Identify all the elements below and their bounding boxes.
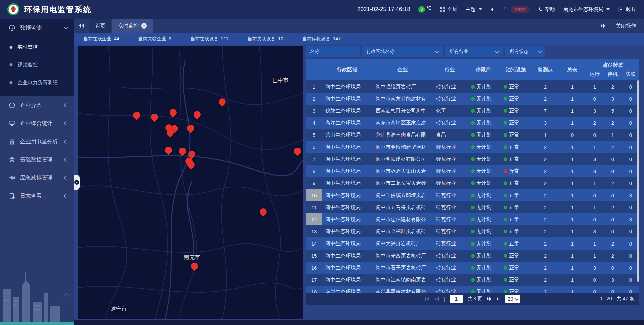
region-select[interactable]: 行政区域名称 [362, 46, 443, 57]
cell-region: 南部生态环境局 [322, 289, 372, 293]
help-button[interactable]: 帮助 [538, 6, 555, 13]
speaker-button[interactable] [490, 7, 495, 12]
table-row[interactable]: 4高坪生态环境局南充市高坪区王家店建砖瓦行业无计划正常31220 [306, 117, 639, 129]
sidebar-item-basic-data-management[interactable]: 基础数据管理 [0, 151, 74, 169]
table-row[interactable]: 18南部生态环境局南部县双佳建材有限公砖瓦行业无计划正常21000 [306, 286, 639, 293]
status-dot-icon [471, 97, 475, 101]
table-row[interactable]: 16阆中生态环境局阆中市石子页岩机砖厂砖瓦行业无计划正常21300 [306, 262, 639, 274]
table-row[interactable]: 11阆中生态环境局阆中市五马桥页岩机砖砖瓦行业无计划正常21120 [306, 201, 639, 213]
table-row[interactable]: 6阆中生态环境局阆中市金博瑞新型墙材砖瓦行业无计划正常21120 [306, 141, 639, 153]
cell-region: 阆中生态环境局 [322, 156, 372, 162]
cell-stop-plan: 无计划 [467, 132, 500, 138]
stop-plan-text: 无计划 [476, 240, 491, 247]
sidebar-item-label: 基础数据管理 [20, 156, 64, 163]
city-skyline-decoration [0, 265, 74, 322]
tab-首页[interactable]: 首页 [89, 19, 111, 33]
sidebar-submenu: 实时监控视频监控企业电力负荷明细 [0, 37, 74, 96]
cell-industry: 砖瓦行业 [433, 192, 467, 199]
cell-meters: 1 [559, 193, 586, 198]
cell-stop-plan: 无计划 [467, 192, 500, 199]
row-index: 13 [306, 225, 322, 237]
cell-stopped: 3 [604, 277, 622, 283]
name-search-input[interactable]: 名称 [306, 46, 360, 57]
table-row[interactable]: 2阆中生态环境局阆中市南方节能建材有砖瓦行业无计划正常21030 [306, 93, 639, 105]
tab-close-icon[interactable]: × [141, 23, 147, 29]
page-size-select[interactable]: 20 [505, 295, 520, 303]
tab-实时监控[interactable]: 实时监控× [112, 19, 153, 33]
row-index: 5 [306, 129, 322, 141]
chevron-left-icon [64, 139, 68, 144]
status-dot-icon [471, 121, 475, 125]
header-toolbar: 2021-02-25 17:46:18 0 ℃ 全屏 主题 2632 [357, 6, 635, 13]
next-page-button[interactable] [487, 297, 492, 301]
fullscreen-button[interactable]: 全屏 [440, 6, 458, 13]
cell-meters: 1 [559, 108, 586, 114]
cell-stop-plan: 无计划 [467, 180, 500, 186]
table-scrollbar[interactable] [637, 80, 639, 282]
cell-meters: 1 [559, 289, 586, 293]
close-operations-button[interactable]: 关闭操作 [616, 23, 636, 29]
status-dot-icon [471, 254, 475, 258]
prev-page-button[interactable] [434, 297, 439, 301]
row-index: 4 [306, 117, 322, 129]
table-row[interactable]: 5营山生态环境局营山县润丰肉食品有限食品无计划正常10010 [306, 129, 639, 141]
sidebar-subitem-item[interactable]: 企业电力负荷明细 [0, 74, 74, 92]
first-page-button[interactable] [425, 297, 429, 301]
table-row[interactable]: 17阆中生态环境局阆中市江南镇阆南页岩砖瓦行业无计划正常21030 [306, 274, 639, 286]
table-row[interactable]: 10阆中生态环境局阆中千佛镇五郎垭页岩砖瓦行业无计划正常21003 [306, 189, 639, 201]
table-row[interactable]: 12阆中生态环境局阆中市忠信建材有限公砖瓦行业无计划正常21003 [306, 213, 639, 225]
status-dot-icon [471, 242, 475, 246]
map-roads [78, 46, 303, 319]
logout-button[interactable]: 退出 [618, 6, 635, 13]
status-select[interactable]: 所有状态 [505, 46, 545, 57]
cell-region: 阆中生态环境局 [322, 265, 372, 271]
sidebar-item-data-monitoring[interactable]: 数据监测 [0, 19, 74, 37]
table-row[interactable]: 15阆中生态环境局阆中市光富页岩机砖厂砖瓦行业无计划正常21120 [306, 250, 639, 262]
top-header: 环保用电监管系统 2021-02-25 17:46:18 0 ℃ 全屏 主题 2… [0, 0, 644, 19]
chevron-down-icon [479, 8, 482, 10]
last-page-button[interactable] [496, 297, 501, 301]
table-row[interactable]: 8阆中生态环境局阆中市枣碧大梁山页岩砖瓦行业无计划异常21300 [306, 165, 639, 177]
table-row[interactable]: 1阆中生态环境局阆中强锐页岩砖厂砖瓦行业无计划正常21120 [306, 80, 639, 93]
status-item-label: 当前失联企业: [138, 36, 167, 41]
cell-meters: 1 [559, 168, 586, 174]
sidebar-item-enterprise-abnormal[interactable]: 企业异常 [0, 96, 74, 114]
sidebar-item-log-view[interactable]: 日志查看 [0, 187, 74, 205]
cell-company: 阆中市光富页岩机砖厂 [372, 253, 433, 259]
stop-plan-text: 无计划 [476, 156, 491, 162]
map-panel[interactable]: 巴中市南充市遂宁市 [78, 46, 303, 319]
megaphone-icon [9, 174, 15, 181]
cell-industry: 砖瓦行业 [433, 265, 467, 271]
cell-facility-status: 正常 [500, 228, 532, 235]
tabs-scroll-left-button[interactable] [74, 19, 89, 33]
table-row[interactable]: 3仪陇生态环境局西南油气田分公司川中化工无计划正常71350 [306, 105, 639, 117]
sidebar-subitem-item[interactable]: 视频监控 [0, 56, 74, 74]
stop-plan-text: 无计划 [476, 120, 491, 126]
sidebar-subitem-active[interactable]: 实时监控 [0, 38, 74, 56]
table-row[interactable]: 14阆中生态环境局阆中大兴页岩机砖厂砖瓦行业无计划正常21120 [306, 237, 639, 250]
sidebar-item-enterprise-statistics[interactable]: 企业综合统计 [0, 114, 74, 132]
sidebar-item-electricity-analysis[interactable]: 企业用电量分析 [0, 132, 74, 151]
table-row[interactable]: 9阆中生态环境局阆中市二龙长宝页岩砖砖瓦行业无计划正常21120 [306, 177, 639, 189]
chevron-down-icon [435, 49, 439, 53]
page-number-input[interactable]: 1 [450, 295, 463, 303]
cell-region: 阆中生态环境局 [322, 204, 372, 211]
org-menu-button[interactable]: 南充市生态环境局 [563, 6, 610, 13]
map-collapse-handle[interactable] [74, 175, 80, 190]
cell-industry: 砖瓦行业 [433, 144, 467, 150]
cell-points: 1 [532, 132, 559, 138]
row-index: 1 [306, 80, 322, 93]
speaker-icon [490, 7, 495, 12]
cell-facility-status: 正常 [500, 253, 532, 259]
cell-facility-status: 正常 [500, 120, 532, 126]
cell-industry: 食品 [433, 132, 467, 138]
table-row[interactable]: 13阆中生态环境局阆中市金福旺页岩机砖砖瓦行业无计划正常21300 [306, 225, 639, 237]
sidebar-item-emergency-reduction[interactable]: 应急减排管理 [0, 169, 74, 187]
row-index: 18 [306, 286, 322, 293]
tabs-scroll-right-button[interactable] [600, 23, 606, 28]
industry-select[interactable]: 所有行业 [445, 46, 503, 57]
notifications-button[interactable]: 2632 [503, 6, 530, 13]
table-row[interactable]: 7阆中生态环境局阆中明阳建材有限公司砖瓦行业无计划正常21300 [306, 153, 639, 165]
theme-button[interactable]: 主题 [466, 6, 482, 13]
notification-count-badge: 2632 [511, 6, 530, 13]
